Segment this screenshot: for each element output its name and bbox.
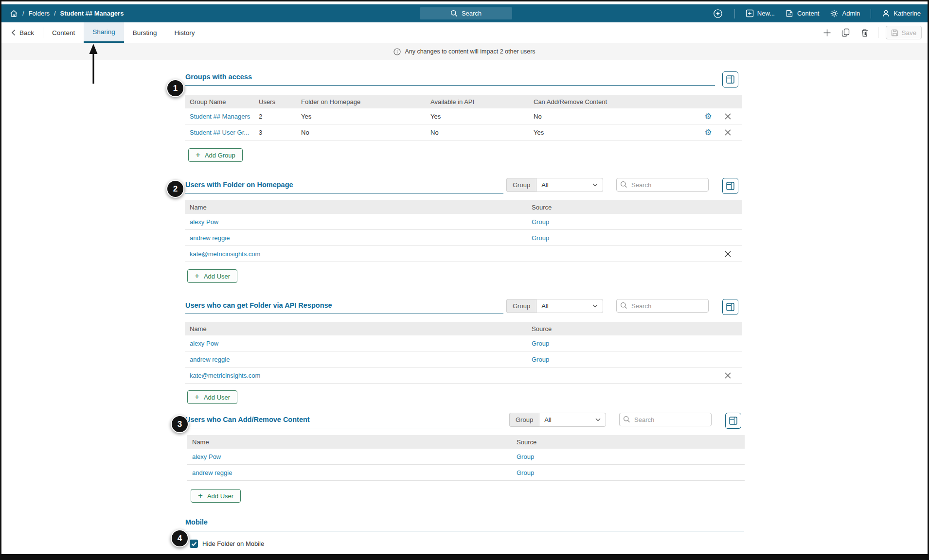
top-nav-actions: New... Content Admin Katherin bbox=[712, 4, 921, 22]
user-link[interactable]: kate@metricinsights.com bbox=[190, 372, 532, 379]
group-filter: Group All bbox=[506, 178, 603, 192]
breadcrumb-separator: / bbox=[22, 10, 24, 17]
column-settings-button[interactable] bbox=[722, 178, 738, 194]
back-button[interactable]: Back bbox=[1, 22, 43, 43]
user-link[interactable]: andrew reggie bbox=[190, 234, 532, 242]
filter-value: All bbox=[541, 302, 548, 310]
trash-icon[interactable] bbox=[859, 27, 871, 38]
plus-icon: + bbox=[198, 491, 203, 500]
gear-icon[interactable]: ⚙ bbox=[704, 128, 712, 137]
filter-label: Group bbox=[506, 299, 536, 313]
table-row: andrew reggie Group bbox=[185, 230, 742, 246]
section-add-remove-users: 3 Users who Can Add/Remove Content Group… bbox=[185, 416, 744, 513]
add-user-button[interactable]: + Add User bbox=[191, 489, 241, 503]
user-link[interactable]: alexy Pow bbox=[192, 453, 517, 460]
new-icon bbox=[746, 9, 754, 18]
source-link[interactable]: Group bbox=[532, 340, 719, 347]
col-source: Source bbox=[532, 204, 719, 211]
group-filter-select[interactable]: All bbox=[536, 299, 603, 313]
duplicate-icon[interactable] bbox=[840, 27, 852, 38]
hide-folder-on-mobile-checkbox[interactable] bbox=[190, 540, 198, 548]
add-user-button[interactable]: + Add User bbox=[187, 390, 237, 404]
gear-icon[interactable]: ⚙ bbox=[704, 112, 712, 121]
user-link[interactable]: andrew reggie bbox=[190, 356, 532, 363]
assist-icon[interactable] bbox=[712, 8, 724, 19]
section-underline bbox=[185, 314, 503, 314]
search-input[interactable] bbox=[619, 413, 712, 426]
source-link[interactable]: Group bbox=[532, 234, 719, 242]
window-bottom-edge bbox=[1, 554, 928, 559]
can-add-remove-value: No bbox=[534, 113, 697, 120]
remove-icon[interactable] bbox=[725, 251, 731, 257]
search-icon bbox=[620, 302, 627, 309]
impact-banner: Any changes to content will impact 2 oth… bbox=[1, 43, 928, 60]
users-table-header: Name Source bbox=[185, 200, 742, 214]
users-table: Name Source alexy Pow Group andrew reggi… bbox=[185, 322, 742, 384]
col-name: Name bbox=[192, 438, 517, 446]
save-button[interactable]: Save bbox=[886, 26, 922, 39]
annotation-badge-4: 4 bbox=[171, 529, 189, 547]
breadcrumb-separator: / bbox=[54, 10, 56, 17]
checkbox-label: Hide Folder on Mobile bbox=[202, 540, 264, 547]
breadcrumb-folders[interactable]: Folders bbox=[29, 10, 50, 17]
new-menu[interactable]: New... bbox=[746, 9, 775, 18]
content-menu[interactable]: Content bbox=[786, 9, 820, 18]
annotation-badge-2: 2 bbox=[166, 180, 184, 198]
source-link[interactable]: Group bbox=[517, 469, 721, 476]
user-icon bbox=[882, 9, 890, 18]
section-title: Groups with access bbox=[185, 73, 744, 81]
check-icon bbox=[191, 542, 197, 546]
user-link[interactable]: alexy Pow bbox=[190, 340, 532, 347]
user-link[interactable]: kate@metricinsights.com bbox=[190, 250, 532, 258]
remove-icon[interactable] bbox=[725, 372, 731, 379]
user-link[interactable]: andrew reggie bbox=[192, 469, 517, 476]
source-link[interactable]: Group bbox=[517, 453, 721, 460]
group-filter-select[interactable]: All bbox=[539, 413, 606, 427]
users-table-header: Name Source bbox=[185, 322, 742, 335]
col-users: Users bbox=[259, 98, 301, 105]
search-input[interactable] bbox=[616, 178, 709, 192]
column-settings-button[interactable] bbox=[725, 413, 741, 429]
users-count: 3 bbox=[259, 129, 301, 136]
search-input[interactable] bbox=[616, 299, 709, 313]
group-link[interactable]: Student ## User Gr... bbox=[190, 129, 259, 136]
add-icon[interactable] bbox=[821, 27, 833, 38]
add-group-button[interactable]: + Add Group bbox=[188, 148, 243, 162]
admin-menu[interactable]: Admin bbox=[830, 9, 860, 18]
admin-menu-label: Admin bbox=[842, 10, 860, 17]
add-user-button[interactable]: + Add User bbox=[187, 269, 237, 283]
column-settings-button[interactable] bbox=[722, 299, 738, 315]
column-settings-button[interactable] bbox=[722, 71, 738, 88]
divider bbox=[734, 9, 735, 18]
group-filter: Group All bbox=[509, 413, 606, 427]
remove-icon[interactable] bbox=[725, 113, 731, 120]
tab-sharing[interactable]: Sharing bbox=[84, 22, 124, 43]
group-filter-select[interactable]: All bbox=[536, 178, 603, 192]
source-link[interactable]: Group bbox=[532, 218, 719, 226]
plus-icon: + bbox=[196, 151, 200, 159]
tab-bursting[interactable]: Bursting bbox=[124, 22, 166, 43]
home-icon[interactable] bbox=[9, 9, 18, 18]
group-link[interactable]: Student ## Managers bbox=[190, 113, 259, 120]
table-row: andrew reggie Group bbox=[185, 351, 742, 368]
content-icon bbox=[786, 9, 794, 18]
tab-history[interactable]: History bbox=[165, 22, 203, 43]
global-search[interactable]: Search bbox=[420, 7, 512, 19]
section-underline bbox=[185, 193, 503, 193]
table-row: alexy Pow Group bbox=[187, 449, 745, 465]
section-title: Mobile bbox=[185, 518, 744, 526]
content-menu-label: Content bbox=[797, 10, 820, 17]
source-link[interactable]: Group bbox=[532, 356, 719, 363]
new-menu-label: New... bbox=[757, 10, 775, 17]
remove-icon[interactable] bbox=[725, 129, 731, 136]
group-filter: Group All bbox=[506, 299, 603, 313]
col-group-name: Group Name bbox=[190, 98, 259, 105]
user-link[interactable]: alexy Pow bbox=[190, 218, 532, 226]
tab-content[interactable]: Content bbox=[43, 22, 84, 43]
user-menu-label: Katherine bbox=[893, 10, 921, 17]
user-menu[interactable]: Katherine bbox=[882, 9, 921, 18]
users-table-header: Name Source bbox=[187, 435, 745, 449]
toolbar-actions: Save bbox=[821, 22, 922, 43]
can-add-remove-value: Yes bbox=[534, 129, 697, 136]
homepage-value: Yes bbox=[301, 113, 430, 120]
